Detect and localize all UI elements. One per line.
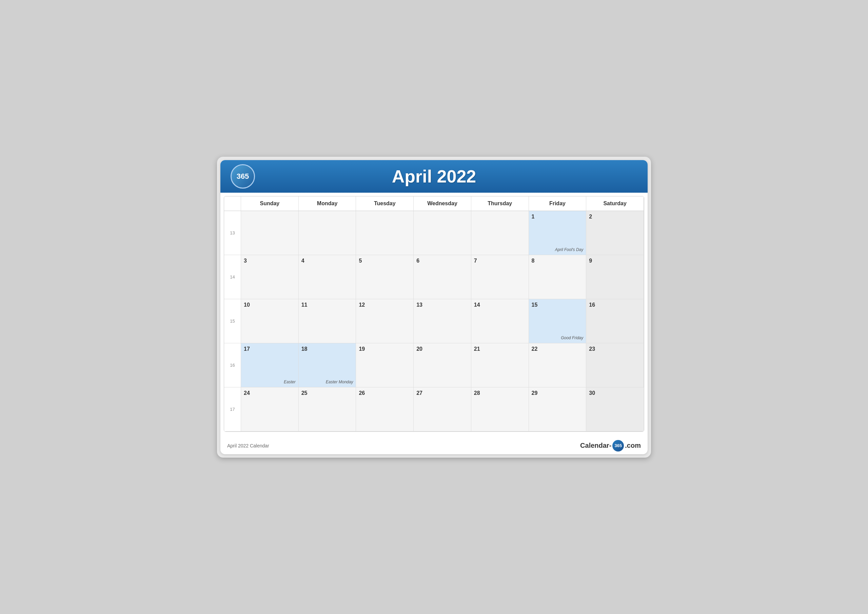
day-cell-30: 30 xyxy=(586,387,644,432)
week-number-13: 13 xyxy=(224,211,241,255)
day-cell-empty-2 xyxy=(356,211,414,255)
day-cell-3: 3 xyxy=(241,255,299,299)
day-header-tuesday: Tuesday xyxy=(356,196,414,211)
day-number: 6 xyxy=(416,258,468,264)
day-number: 3 xyxy=(244,258,296,264)
day-number: 15 xyxy=(532,302,584,308)
page-wrapper: 365 April 2022 Sunday Monday Tuesday Wed… xyxy=(217,157,651,458)
day-cell-16: 16 xyxy=(586,299,644,343)
day-number: 23 xyxy=(589,346,641,352)
day-number: 4 xyxy=(301,258,353,264)
week-number-14: 14 xyxy=(224,255,241,299)
day-header-sunday: Sunday xyxy=(241,196,299,211)
day-number: 8 xyxy=(532,258,584,264)
day-cell-19: 19 xyxy=(356,343,414,387)
day-number: 20 xyxy=(416,346,468,352)
week-number-16: 16 xyxy=(224,343,241,387)
calendar-grid: Sunday Monday Tuesday Wednesday Thursday… xyxy=(224,196,644,432)
day-number: 29 xyxy=(532,390,584,396)
calendar-body: Sunday Monday Tuesday Wednesday Thursday… xyxy=(220,193,648,435)
day-cell-17: 17Easter xyxy=(241,343,299,387)
day-cell-25: 25 xyxy=(299,387,356,432)
day-cell-7: 7 xyxy=(471,255,529,299)
day-header-monday: Monday xyxy=(299,196,356,211)
holiday-label: Easter Monday xyxy=(326,379,353,384)
logo-badge: 365 xyxy=(231,164,255,189)
day-cell-27: 27 xyxy=(414,387,471,432)
holiday-label: Easter xyxy=(284,379,296,384)
day-header-friday: Friday xyxy=(529,196,587,211)
day-number: 7 xyxy=(474,258,526,264)
day-number: 5 xyxy=(359,258,411,264)
day-number: 24 xyxy=(244,390,296,396)
day-number: 2 xyxy=(589,214,641,220)
day-cell-20: 20 xyxy=(414,343,471,387)
day-number: 13 xyxy=(416,302,468,308)
day-cell-18: 18Easter Monday xyxy=(299,343,356,387)
day-number: 1 xyxy=(532,214,584,220)
day-number: 28 xyxy=(474,390,526,396)
day-cell-8: 8 xyxy=(529,255,587,299)
day-cell-6: 6 xyxy=(414,255,471,299)
day-cell-empty-3 xyxy=(414,211,471,255)
day-cell-13: 13 xyxy=(414,299,471,343)
day-cell-11: 11 xyxy=(299,299,356,343)
footer-left: April 2022 Calendar xyxy=(227,443,269,448)
day-cell-28: 28 xyxy=(471,387,529,432)
day-cell-26: 26 xyxy=(356,387,414,432)
day-cell-2: 2 xyxy=(586,211,644,255)
day-number: 17 xyxy=(244,346,296,352)
day-number: 10 xyxy=(244,302,296,308)
day-number: 9 xyxy=(589,258,641,264)
day-cell-21: 21 xyxy=(471,343,529,387)
day-number: 30 xyxy=(589,390,641,396)
day-number: 27 xyxy=(416,390,468,396)
day-cell-22: 22 xyxy=(529,343,587,387)
day-number: 26 xyxy=(359,390,411,396)
day-number: 18 xyxy=(301,346,353,352)
day-cell-9: 9 xyxy=(586,255,644,299)
day-cell-29: 29 xyxy=(529,387,587,432)
day-header-saturday: Saturday xyxy=(586,196,644,211)
footer-suffix: .com xyxy=(625,441,641,449)
day-number: 22 xyxy=(532,346,584,352)
day-cell-12: 12 xyxy=(356,299,414,343)
day-cell-24: 24 xyxy=(241,387,299,432)
day-cell-empty-0 xyxy=(241,211,299,255)
day-number: 11 xyxy=(301,302,353,308)
day-number: 21 xyxy=(474,346,526,352)
footer: April 2022 Calendar Calendar-365.com xyxy=(220,435,648,454)
week-number-15: 15 xyxy=(224,299,241,343)
day-header-thursday: Thursday xyxy=(471,196,529,211)
day-number: 12 xyxy=(359,302,411,308)
day-cell-4: 4 xyxy=(299,255,356,299)
day-cell-1: 1April Fool's Day xyxy=(529,211,587,255)
footer-right: Calendar-365.com xyxy=(580,440,641,451)
week-num-header xyxy=(224,196,241,211)
footer-badge: 365 xyxy=(612,440,624,451)
day-number: 25 xyxy=(301,390,353,396)
day-cell-15: 15Good Friday xyxy=(529,299,587,343)
day-cell-10: 10 xyxy=(241,299,299,343)
footer-prefix: Calendar- xyxy=(580,441,611,449)
calendar-title: April 2022 xyxy=(234,166,634,187)
day-cell-23: 23 xyxy=(586,343,644,387)
day-cell-5: 5 xyxy=(356,255,414,299)
day-cell-empty-1 xyxy=(299,211,356,255)
holiday-label: Good Friday xyxy=(561,336,583,340)
day-cell-14: 14 xyxy=(471,299,529,343)
calendar-container: 365 April 2022 Sunday Monday Tuesday Wed… xyxy=(220,160,648,454)
day-number: 16 xyxy=(589,302,641,308)
week-number-17: 17 xyxy=(224,387,241,432)
day-number: 19 xyxy=(359,346,411,352)
holiday-label: April Fool's Day xyxy=(555,247,584,252)
day-cell-empty-4 xyxy=(471,211,529,255)
day-number: 14 xyxy=(474,302,526,308)
calendar-header: 365 April 2022 xyxy=(220,160,648,193)
day-header-wednesday: Wednesday xyxy=(414,196,471,211)
